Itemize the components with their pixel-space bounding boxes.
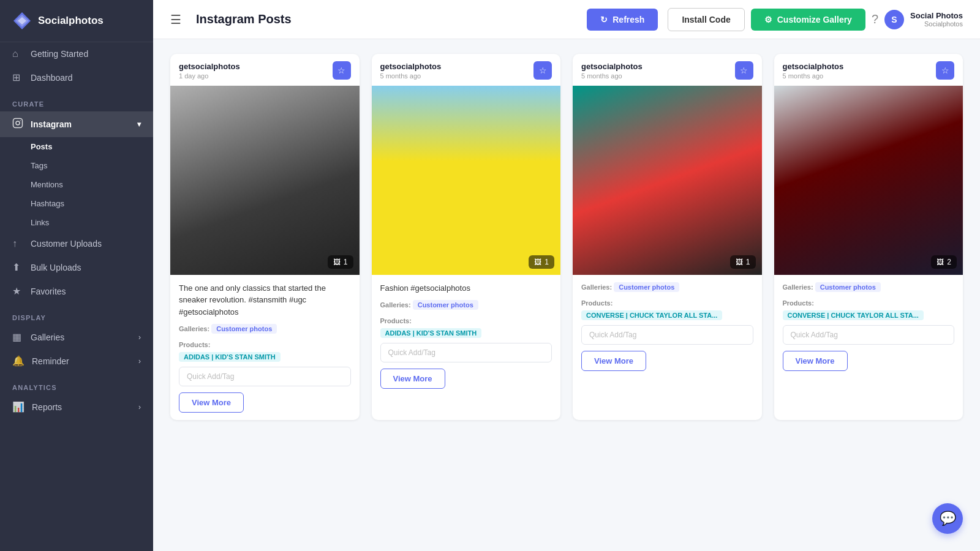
galleries-label: Galleries: Customer photos	[783, 282, 955, 297]
post-card: getsocialphotos 1 day ago ☆ 🖼 1 The one …	[170, 54, 360, 420]
image-icon: 🖼	[534, 258, 541, 266]
topbar: ☰ Instagram Posts ↻ Refresh Install Code…	[153, 0, 980, 39]
install-code-button[interactable]: Install Code	[668, 8, 744, 31]
refresh-icon: ↻	[600, 15, 608, 24]
post-header: getsocialphotos 5 months ago ☆	[573, 54, 762, 86]
products-label: Products:	[783, 299, 955, 307]
svg-point-5	[20, 120, 21, 121]
sidebar-item-label: Favorites	[31, 287, 66, 296]
sidebar-sub-tags[interactable]: Tags	[0, 156, 153, 175]
image-icon: 🖼	[333, 258, 341, 266]
bell-icon: 🔔	[12, 355, 24, 367]
product-tag[interactable]: ADIDAS | KID'S STAN SMITH	[380, 328, 482, 338]
sidebar-sub-posts[interactable]: Posts	[0, 137, 153, 156]
post-header: getsocialphotos 5 months ago ☆	[372, 54, 561, 86]
svg-point-4	[16, 121, 20, 125]
image-count: 🖼 1	[328, 255, 353, 269]
view-more-button[interactable]: View More	[783, 351, 848, 371]
post-card: getsocialphotos 5 months ago ☆ 🖼 1 Galle…	[573, 54, 762, 420]
user-info: Social Photos Socialphotos	[910, 11, 963, 28]
help-icon[interactable]: ?	[872, 12, 878, 26]
instagram-icon	[12, 118, 23, 131]
view-more-button[interactable]: View More	[581, 351, 646, 371]
image-count: 🖼 1	[730, 255, 756, 269]
post-text: The one and only classics that started t…	[179, 282, 351, 318]
post-image: 🖼 1	[372, 86, 561, 275]
sidebar-item-bulk-uploads[interactable]: ⬆ Bulk Uploads	[0, 255, 153, 279]
posts-grid: getsocialphotos 1 day ago ☆ 🖼 1 The one …	[170, 54, 963, 420]
quick-add-input[interactable]	[179, 367, 351, 386]
sidebar-item-label: Galleries	[31, 332, 64, 342]
gallery-tag[interactable]: Customer photos	[614, 282, 679, 292]
sidebar-item-label: Getting Started	[31, 49, 88, 59]
home-icon: ⌂	[12, 48, 23, 59]
sidebar-item-favorites[interactable]: ★ Favorites	[0, 279, 153, 303]
image-icon: 🖼	[736, 258, 743, 266]
post-body: Galleries: Customer photos Products: CON…	[774, 275, 963, 378]
page-title: Instagram Posts	[196, 12, 577, 26]
menu-icon[interactable]: ☰	[170, 12, 181, 27]
main-area: ☰ Instagram Posts ↻ Refresh Install Code…	[153, 0, 980, 551]
logo-text: Socialphotos	[38, 15, 104, 27]
view-more-button[interactable]: View More	[179, 392, 244, 413]
product-tag[interactable]: ADIDAS | KID'S STAN SMITH	[179, 352, 281, 362]
sidebar-instagram-label: Instagram	[31, 119, 72, 129]
star-icon: ★	[12, 285, 23, 297]
quick-add-input[interactable]	[581, 325, 753, 345]
section-analytics: ANALYTICS	[0, 373, 153, 395]
sidebar-sub-hashtags[interactable]: Hashtags	[0, 194, 153, 213]
sidebar-item-reminder[interactable]: 🔔 Reminder ›	[0, 349, 153, 373]
gallery-tag[interactable]: Customer photos	[413, 300, 478, 310]
post-image: 🖼 1	[573, 86, 762, 275]
star-button[interactable]: ☆	[936, 61, 954, 80]
gallery-tag[interactable]: Customer photos	[211, 324, 277, 334]
post-username: getsocialphotos	[380, 62, 442, 71]
star-button[interactable]: ☆	[533, 61, 552, 80]
view-more-button[interactable]: View More	[380, 369, 445, 389]
section-display: DISPLAY	[0, 303, 153, 325]
sidebar-item-label: Dashboard	[31, 73, 73, 83]
sidebar-item-getting-started[interactable]: ⌂ Getting Started	[0, 42, 153, 66]
post-header: getsocialphotos 1 day ago ☆	[170, 54, 360, 86]
product-tag[interactable]: CONVERSE | CHUCK TAYLOR ALL STA...	[783, 310, 924, 320]
post-username: getsocialphotos	[783, 62, 844, 71]
sidebar-item-label: Customer Uploads	[31, 239, 102, 249]
bulk-icon: ⬆	[12, 261, 23, 273]
sidebar-sub-mentions[interactable]: Mentions	[0, 175, 153, 194]
sidebar-item-customer-uploads[interactable]: ↑ Customer Uploads	[0, 232, 153, 255]
post-user-info: getsocialphotos 5 months ago	[380, 62, 442, 80]
logo-icon	[12, 11, 32, 31]
post-image: 🖼 1	[170, 86, 360, 275]
star-button[interactable]: ☆	[333, 61, 351, 80]
content-area: getsocialphotos 1 day ago ☆ 🖼 1 The one …	[153, 39, 980, 551]
post-username: getsocialphotos	[581, 62, 643, 71]
sidebar-item-instagram[interactable]: Instagram ▾	[0, 111, 153, 137]
sidebar-item-reports[interactable]: 📊 Reports ›	[0, 395, 153, 419]
sidebar-item-galleries[interactable]: ▦ Galleries ›	[0, 325, 153, 349]
chevron-down-icon: ▾	[137, 120, 141, 129]
sidebar-sub-links[interactable]: Links	[0, 213, 153, 232]
svg-rect-3	[13, 119, 23, 128]
post-time: 5 months ago	[783, 72, 844, 80]
post-body: Fashion #getsocialphotos Galleries: Cust…	[372, 275, 561, 397]
product-tag[interactable]: CONVERSE | CHUCK TAYLOR ALL STA...	[581, 310, 722, 320]
chart-icon: 📊	[12, 401, 24, 413]
customize-gallery-button[interactable]: ⚙ Customize Gallery	[751, 9, 865, 31]
sidebar-item-dashboard[interactable]: ⊞ Dashboard	[0, 66, 153, 89]
sidebar: Socialphotos ⌂ Getting Started ⊞ Dashboa…	[0, 0, 153, 551]
post-username: getsocialphotos	[179, 62, 240, 71]
post-card: getsocialphotos 5 months ago ☆ 🖼 1 Fashi…	[372, 54, 561, 420]
gallery-tag[interactable]: Customer photos	[815, 282, 881, 292]
refresh-button[interactable]: ↻ Refresh	[587, 9, 658, 31]
quick-add-input[interactable]	[380, 343, 552, 362]
galleries-icon: ▦	[12, 331, 23, 343]
sidebar-logo: Socialphotos	[0, 0, 153, 42]
post-time: 5 months ago	[380, 72, 442, 80]
sidebar-item-label: Reports	[32, 402, 62, 412]
upload-icon: ↑	[12, 238, 23, 249]
post-header: getsocialphotos 5 months ago ☆	[774, 54, 963, 86]
chevron-right-icon: ›	[138, 333, 141, 342]
quick-add-input[interactable]	[783, 325, 955, 345]
chat-button[interactable]: 💬	[932, 503, 963, 534]
star-button[interactable]: ☆	[735, 61, 753, 80]
